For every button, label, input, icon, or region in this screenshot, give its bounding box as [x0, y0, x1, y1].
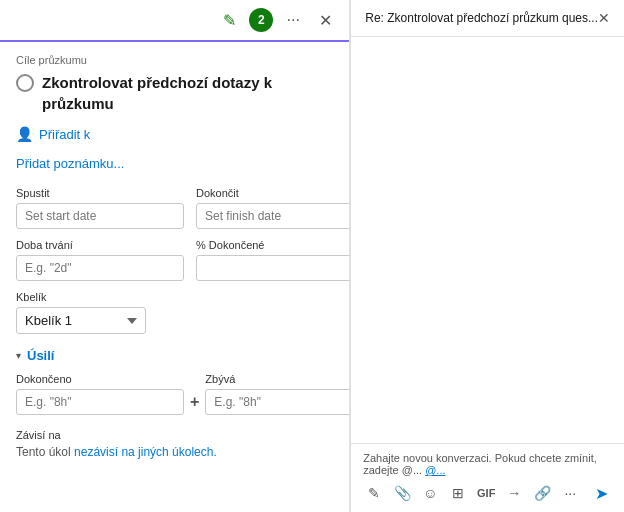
assign-icon: 👤 [16, 126, 33, 142]
emoji-icon[interactable]: ☺ [419, 482, 441, 504]
depends-section: Závisí na Tento úkol nezávisí na jiných … [16, 429, 333, 459]
section-label: Cíle průzkumu [16, 54, 333, 66]
duration-input[interactable] [16, 255, 184, 281]
right-panel-close-icon[interactable]: ✕ [598, 10, 610, 26]
completion-group: % Dokončené 0 [196, 239, 350, 281]
dates-row: Spustit Dokončit [16, 187, 333, 229]
finish-group: Dokončit [196, 187, 350, 229]
close-panel-icon[interactable]: ✕ [313, 8, 337, 32]
effort-row: Dokončeno + Zbývá = Celkem [16, 373, 333, 415]
finish-date-input[interactable] [196, 203, 350, 229]
bucket-label: Kbelík [16, 291, 333, 303]
format-icon[interactable]: ✎ [363, 482, 385, 504]
finish-label: Dokončit [196, 187, 350, 199]
remaining-group: Zbývá [205, 373, 350, 415]
start-date-input[interactable] [16, 203, 184, 229]
bucket-group: Kbelík Kbelík 1 Kbelík 2 Kbelík 3 [16, 291, 333, 334]
duration-label: Doba trvání [16, 239, 184, 251]
chat-hint: Zahajte novou konverzaci. Pokud chcete z… [363, 452, 612, 476]
start-group: Spustit [16, 187, 184, 229]
duration-group: Doba trvání [16, 239, 184, 281]
bucket-select[interactable]: Kbelík 1 Kbelík 2 Kbelík 3 [16, 307, 146, 334]
effort-title: Úsilí [27, 348, 54, 363]
add-note[interactable]: Přidat poznámku... [16, 156, 333, 171]
completion-input[interactable]: 0 [196, 255, 350, 281]
chat-mention-link[interactable]: @... [425, 464, 445, 476]
depends-text: Tento úkol nezávisí na jiných úkolech. [16, 445, 333, 459]
effort-header[interactable]: ▾ Úsilí [16, 348, 333, 363]
chat-hint-text: Zahajte novou konverzaci. Pokud chcete z… [363, 452, 597, 476]
plus-operator: + [190, 393, 199, 411]
task-complete-radio[interactable] [16, 74, 34, 92]
more-chat-icon[interactable]: ··· [559, 482, 581, 504]
gif-icon[interactable]: GIF [475, 482, 497, 504]
top-toolbar: ✎ 2 ··· ✕ [0, 0, 349, 42]
effort-chevron: ▾ [16, 350, 21, 361]
chat-toolbar: ✎ 📎 ☺ ⊞ GIF → 🔗 ··· ➤ [363, 482, 612, 504]
right-header: Re: Zkontrolovat předchozí průzkum ques.… [351, 0, 624, 37]
done-input[interactable] [16, 389, 184, 415]
task-title[interactable]: Zkontrolovat předchozí dotazy k průzkumu [42, 72, 333, 114]
link-icon[interactable]: 🔗 [531, 482, 553, 504]
completion-label: % Dokončené [196, 239, 350, 251]
chat-area [351, 37, 624, 443]
attach-icon[interactable]: 📎 [391, 482, 413, 504]
effort-section: ▾ Úsilí Dokončeno + Zbývá = Celkem [16, 348, 333, 415]
task-content: Cíle průzkumu Zkontrolovat předchozí dot… [0, 42, 349, 512]
depends-link[interactable]: nezávisí na jiných úkolech. [74, 445, 217, 459]
left-panel: ✎ 2 ··· ✕ Cíle průzkumu Zkontrolovat pře… [0, 0, 350, 512]
assign-label: Přiřadit k [39, 127, 90, 142]
more-options-icon[interactable]: ··· [281, 8, 305, 32]
right-panel-title: Re: Zkontrolovat předchozí průzkum ques.… [365, 11, 598, 25]
arrow-icon[interactable]: → [503, 482, 525, 504]
task-title-row: Zkontrolovat předchozí dotazy k průzkumu [16, 72, 333, 114]
right-panel: Re: Zkontrolovat předchozí průzkum ques.… [350, 0, 624, 512]
done-label: Dokončeno [16, 373, 184, 385]
assign-row[interactable]: 👤 Přiřadit k [16, 126, 333, 142]
chat-bottom: Zahajte novou konverzaci. Pokud chcete z… [351, 443, 624, 512]
depends-title: Závisí na [16, 429, 333, 441]
grid-icon[interactable]: ⊞ [447, 482, 469, 504]
start-label: Spustit [16, 187, 184, 199]
remaining-input[interactable] [205, 389, 350, 415]
comment-count-icon[interactable]: 2 [249, 8, 273, 32]
done-group: Dokončeno [16, 373, 184, 415]
edit-icon[interactable]: ✎ [217, 8, 241, 32]
remaining-label: Zbývá [205, 373, 350, 385]
duration-row: Doba trvání % Dokončené 0 [16, 239, 333, 281]
send-button[interactable]: ➤ [590, 482, 612, 504]
